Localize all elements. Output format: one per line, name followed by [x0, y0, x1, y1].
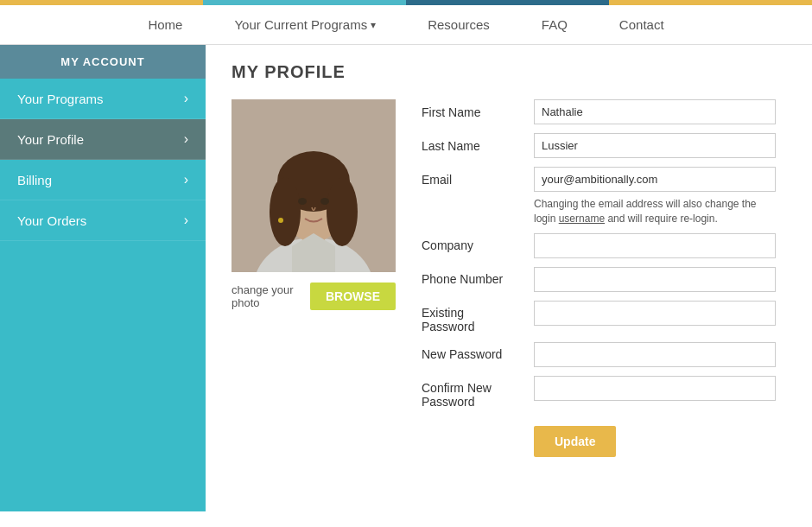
main-nav: Home Your Current Programs ▾ Resources F… [0, 5, 812, 45]
nav-contact[interactable]: Contact [619, 17, 664, 32]
existing-password-label: ExistingPassword [422, 301, 525, 333]
profile-photo [232, 99, 396, 272]
sidebar-item-your-programs[interactable]: Your Programs › [0, 79, 206, 119]
company-input[interactable] [534, 233, 776, 258]
change-photo-row: change your photo BROWSE [232, 283, 396, 310]
chevron-right-icon-3: › [184, 172, 188, 187]
sidebar: MY ACCOUNT Your Programs › Your Profile … [0, 45, 206, 511]
first-name-input[interactable] [534, 99, 776, 124]
last-name-label: Last Name [422, 139, 525, 153]
sidebar-item-your-orders[interactable]: Your Orders › [0, 200, 206, 241]
sidebar-label-your-profile: Your Profile [17, 132, 84, 147]
content-area: MY PROFILE [206, 45, 812, 511]
first-name-label: First Name [422, 105, 525, 119]
new-password-label: New Password [422, 347, 525, 361]
profile-section: change your photo BROWSE First Name Last… [232, 99, 786, 457]
existing-password-input[interactable] [534, 301, 776, 326]
phone-label: Phone Number [422, 272, 525, 286]
company-row: Company [422, 233, 786, 258]
existing-password-row: ExistingPassword [422, 301, 786, 333]
sidebar-label-your-orders: Your Orders [17, 213, 86, 228]
svg-point-5 [270, 177, 301, 246]
browse-button[interactable]: BROWSE [310, 283, 396, 310]
confirm-password-label: Confirm NewPassword [422, 376, 525, 409]
nav-faq[interactable]: FAQ [542, 17, 568, 32]
phone-row: Phone Number [422, 267, 786, 292]
svg-point-8 [320, 198, 329, 205]
svg-point-7 [298, 198, 307, 205]
confirm-password-input[interactable] [534, 376, 776, 401]
last-name-input[interactable] [534, 133, 776, 158]
form-area: First Name Last Name Email Changing the … [422, 99, 786, 457]
email-input[interactable] [534, 167, 776, 192]
chevron-right-icon: › [184, 91, 188, 106]
update-button[interactable]: Update [534, 426, 616, 457]
main-layout: MY ACCOUNT Your Programs › Your Profile … [0, 45, 812, 511]
last-name-row: Last Name [422, 133, 786, 158]
change-photo-label: change your photo [232, 283, 301, 309]
chevron-down-icon: ▾ [371, 19, 376, 31]
svg-point-6 [327, 177, 358, 246]
svg-point-9 [278, 218, 283, 223]
chevron-right-icon-2: › [184, 131, 188, 147]
nav-resources[interactable]: Resources [428, 17, 490, 32]
photo-area: change your photo BROWSE [232, 99, 396, 457]
new-password-input[interactable] [534, 342, 776, 367]
sidebar-item-your-profile[interactable]: Your Profile › [0, 119, 206, 160]
page-title: MY PROFILE [232, 62, 786, 82]
sidebar-header: MY ACCOUNT [0, 45, 206, 79]
email-note: Changing the email address will also cha… [534, 197, 776, 226]
nav-home[interactable]: Home [148, 17, 182, 32]
confirm-password-row: Confirm NewPassword [422, 376, 786, 409]
new-password-row: New Password [422, 342, 786, 367]
email-label: Email [422, 173, 525, 187]
sidebar-label-billing: Billing [17, 173, 52, 187]
first-name-row: First Name [422, 99, 786, 124]
sidebar-item-billing[interactable]: Billing › [0, 160, 206, 200]
nav-programs-label: Your Current Programs [234, 17, 367, 32]
nav-programs-dropdown[interactable]: Your Current Programs ▾ [234, 17, 376, 32]
phone-input[interactable] [534, 267, 776, 292]
email-row: Email [422, 167, 786, 192]
sidebar-label-your-programs: Your Programs [17, 92, 104, 106]
chevron-right-icon-4: › [184, 213, 188, 228]
company-label: Company [422, 238, 525, 252]
